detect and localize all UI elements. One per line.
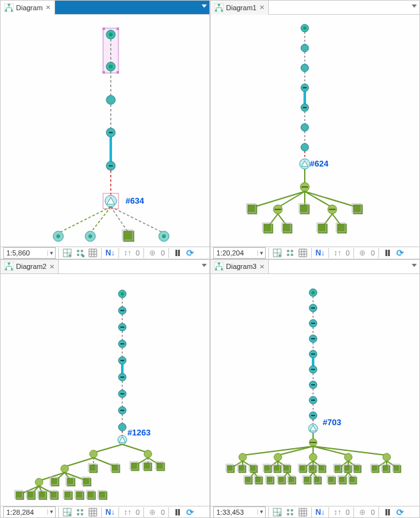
pane-menu-icon[interactable] (412, 4, 417, 8)
svg-rect-5 (102, 28, 105, 30)
diagram-canvas[interactable]: #624 (211, 15, 419, 247)
tab-diagram3[interactable]: Diagram3 ✕ (211, 260, 269, 274)
svg-line-29 (111, 207, 164, 233)
tab-label: Diagram3 (226, 263, 257, 270)
diagram-canvas[interactable]: #1263 (1, 274, 209, 506)
selection-count-icon[interactable]: ⊕ (357, 506, 368, 518)
svg-point-143 (144, 450, 152, 458)
rotation-icon[interactable]: ↕↑ (332, 506, 343, 518)
chevron-down-icon: ▼ (47, 509, 55, 515)
scale-selector[interactable]: 1:5,860 ▼ (3, 247, 56, 259)
svg-point-105 (291, 250, 293, 252)
pane-diagram3: Diagram3 ✕ (211, 260, 419, 518)
snap-grid-icon[interactable] (61, 506, 73, 518)
node-annotation: #1263 (127, 428, 150, 437)
close-icon[interactable]: ✕ (259, 4, 264, 11)
north-icon[interactable]: N↓ (104, 506, 116, 518)
svg-rect-201 (218, 263, 220, 264)
pause-icon[interactable] (382, 506, 393, 518)
diagram-canvas[interactable]: #634 (1, 15, 209, 247)
close-icon[interactable]: ✕ (259, 263, 264, 270)
svg-point-325 (287, 513, 289, 515)
selection-count-icon[interactable]: ⊕ (357, 247, 368, 259)
scale-selector[interactable]: 1:33,453 ▼ (213, 506, 266, 518)
diagram-icon (214, 3, 223, 12)
north-icon[interactable]: N↓ (314, 247, 326, 259)
separator (101, 248, 102, 258)
svg-point-198 (77, 513, 79, 515)
rotation-value: 0 (134, 249, 141, 257)
svg-rect-202 (215, 268, 217, 270)
rotation-value: 0 (344, 508, 351, 516)
north-icon[interactable]: N↓ (314, 506, 326, 518)
svg-point-41 (69, 254, 71, 257)
snap-grid-icon[interactable] (271, 506, 283, 518)
svg-rect-1 (8, 4, 10, 6)
svg-point-136 (118, 423, 126, 431)
rotation-value: 0 (344, 249, 351, 257)
tab-diagram[interactable]: Diagram ✕ (1, 1, 55, 15)
pane-grid: Diagram ✕ (0, 0, 420, 518)
tabbar: Diagram1 ✕ (211, 1, 419, 15)
pause-icon[interactable] (172, 506, 183, 518)
svg-point-244 (344, 453, 352, 461)
snap-point-icon[interactable] (74, 506, 86, 518)
pause-icon[interactable] (172, 247, 183, 259)
grid-icon[interactable] (297, 247, 309, 259)
pane-menu-icon[interactable] (202, 4, 207, 8)
svg-line-26 (58, 207, 111, 233)
north-icon[interactable]: N↓ (104, 247, 116, 259)
scale-value: 1:28,284 (4, 508, 47, 516)
svg-line-237 (278, 446, 313, 455)
tab-label: Diagram2 (16, 263, 47, 270)
rotation-icon[interactable]: ↕↑ (122, 247, 133, 259)
svg-point-196 (77, 509, 79, 512)
svg-point-44 (77, 254, 79, 256)
svg-point-10 (109, 33, 113, 36)
selection-count-icon[interactable]: ⊕ (147, 247, 158, 259)
node-annotation: #703 (323, 417, 341, 427)
refresh-icon[interactable]: ⟳ (184, 247, 196, 259)
grid-icon[interactable] (297, 506, 309, 518)
refresh-icon[interactable]: ⟳ (184, 506, 196, 518)
refresh-icon[interactable]: ⟳ (394, 506, 406, 518)
pane-diagram1: Diagram1 ✕ (211, 1, 419, 259)
pane-menu-icon[interactable] (412, 264, 417, 267)
snap-point-icon[interactable] (284, 247, 296, 259)
svg-point-106 (287, 254, 289, 256)
diagram-canvas[interactable]: #703 (211, 274, 419, 506)
pane-menu-icon[interactable] (202, 264, 207, 267)
grid-icon[interactable] (87, 506, 99, 518)
grid-icon[interactable] (87, 247, 99, 259)
tab-diagram1[interactable]: Diagram1 ✕ (211, 1, 269, 15)
snap-grid-icon[interactable] (271, 247, 283, 259)
snap-point-icon[interactable] (284, 506, 296, 518)
selection-count: 0 (369, 508, 376, 516)
svg-line-239 (313, 446, 348, 455)
svg-point-195 (69, 514, 71, 516)
svg-rect-109 (8, 263, 10, 264)
tabbar: Diagram ✕ (1, 1, 209, 15)
pause-icon[interactable] (382, 247, 393, 259)
selection-count-icon[interactable]: ⊕ (147, 506, 158, 518)
refresh-icon[interactable]: ⟳ (394, 247, 406, 259)
snap-grid-icon[interactable] (61, 247, 73, 259)
close-icon[interactable]: ✕ (49, 263, 54, 270)
rotation-icon[interactable]: ↕↑ (122, 506, 133, 518)
close-icon[interactable]: ✕ (45, 4, 51, 11)
rotation-icon[interactable]: ↕↑ (332, 247, 343, 259)
svg-rect-203 (221, 268, 223, 270)
tab-label: Diagram1 (226, 4, 257, 12)
svg-point-104 (287, 250, 289, 252)
scale-selector[interactable]: 1:28,284 ▼ (3, 506, 56, 518)
svg-point-66 (301, 143, 309, 151)
svg-rect-49 (215, 10, 217, 12)
scale-value: 1:20,204 (214, 249, 257, 257)
snap-point-icon[interactable] (74, 247, 86, 259)
svg-rect-50 (221, 10, 223, 12)
scale-selector[interactable]: 1:20,204 ▼ (213, 247, 266, 259)
toolbar: 1:5,860 ▼ N↓ ↕↑ 0 ⊕ 0 ⟳ (1, 247, 209, 259)
rotation-value: 0 (134, 508, 141, 516)
tab-diagram2[interactable]: Diagram2 ✕ (1, 260, 59, 274)
toolbar: 1:33,453 ▼ N↓ ↕↑ 0 ⊕ 0 ⟳ (211, 506, 419, 518)
